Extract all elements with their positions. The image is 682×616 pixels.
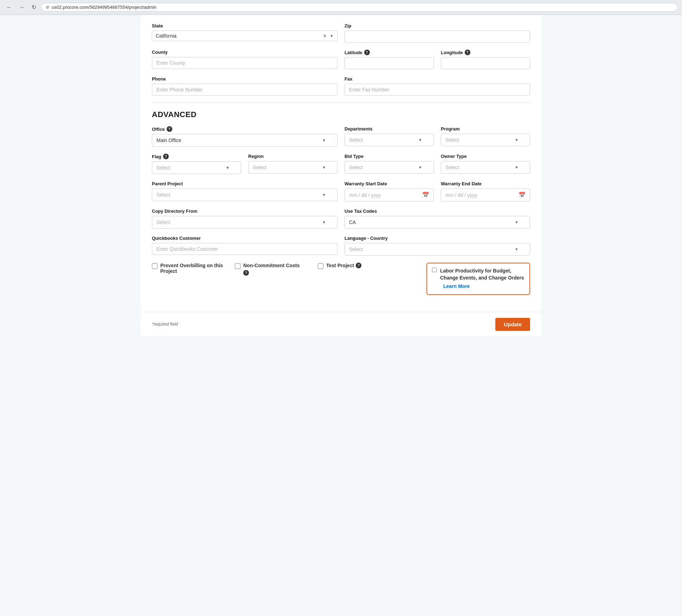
forward-button[interactable]: → bbox=[17, 4, 27, 11]
parent-project-select[interactable]: Select ▼ bbox=[152, 188, 337, 201]
quickbooks-label: Quickbooks Customer bbox=[152, 236, 337, 241]
non-commitment-label: Non-Commitment Costs ? bbox=[243, 263, 307, 276]
owner-type-select[interactable]: Select ▼ bbox=[441, 161, 530, 174]
longitude-help-icon[interactable]: ? bbox=[465, 50, 470, 55]
program-select-wrapper: Select ▼ bbox=[441, 134, 530, 146]
test-project-checkbox[interactable] bbox=[318, 263, 323, 269]
reload-button[interactable]: ↻ bbox=[30, 3, 38, 11]
office-value: Main Office bbox=[156, 137, 181, 143]
owner-type-select-wrapper: Select ▼ bbox=[441, 161, 530, 174]
learn-more-link[interactable]: Learn More bbox=[443, 283, 470, 290]
fax-group: Fax bbox=[345, 76, 530, 96]
use-tax-codes-group: Use Tax Codes CA ▼ bbox=[345, 208, 530, 229]
latitude-help-icon[interactable]: ? bbox=[364, 50, 370, 55]
zip-input[interactable]: 19703 bbox=[345, 31, 530, 43]
phone-fax-row: Phone Fax bbox=[152, 76, 530, 96]
office-help-icon[interactable]: ? bbox=[167, 126, 172, 132]
owner-type-label: Owner Type bbox=[441, 154, 530, 159]
latitude-group: Latitude ? 36.778261 bbox=[345, 50, 434, 69]
longitude-group: Longitude ? -119.4179324 bbox=[441, 50, 530, 69]
parent-project-placeholder: Select bbox=[156, 192, 170, 198]
use-tax-codes-label: Use Tax Codes bbox=[345, 208, 530, 214]
section-divider bbox=[152, 103, 530, 103]
advanced-section-title: ADVANCED bbox=[152, 110, 530, 119]
state-label: State bbox=[152, 23, 337, 28]
region-placeholder: Select bbox=[253, 165, 266, 170]
warranty-start-label: Warranty Start Date bbox=[345, 181, 434, 186]
test-project-label: Test Project ? bbox=[326, 263, 361, 268]
quickbooks-input[interactable] bbox=[152, 243, 337, 255]
phone-input[interactable] bbox=[152, 84, 337, 96]
departments-select-wrapper: Select ▼ bbox=[345, 134, 434, 146]
state-select[interactable]: California ✕ ▼ bbox=[152, 31, 337, 41]
flag-arrow-icon: ▼ bbox=[226, 166, 230, 170]
fax-input[interactable] bbox=[345, 84, 530, 96]
labor-productivity-highlight-box: Labor Productivity for Budget, Change Ev… bbox=[426, 263, 530, 295]
quickbooks-group: Quickbooks Customer bbox=[152, 236, 337, 256]
warranty-end-calendar-icon: 📅 bbox=[519, 192, 526, 198]
warranty-end-placeholder: mm / dd / yyyy bbox=[445, 192, 477, 198]
copy-directory-placeholder: Select bbox=[156, 219, 170, 225]
prevent-overbilling-checkbox[interactable] bbox=[152, 263, 157, 269]
region-label: Region bbox=[248, 154, 337, 159]
state-arrow-icon: ▼ bbox=[330, 34, 334, 38]
county-input[interactable] bbox=[152, 57, 337, 69]
warranty-end-group: Warranty End Date mm / dd / yyyy 📅 bbox=[441, 181, 530, 201]
office-select[interactable]: Main Office ▼ bbox=[152, 134, 337, 147]
office-dept-program-row: Office ? Main Office ▼ Departments Selec… bbox=[152, 126, 530, 147]
flag-group: Flag ? Select ▼ bbox=[152, 154, 241, 174]
departments-select[interactable]: Select ▼ bbox=[345, 134, 434, 146]
language-select[interactable]: Select ▼ bbox=[345, 243, 530, 256]
labor-productivity-checkbox[interactable] bbox=[432, 268, 437, 272]
copy-directory-select-wrapper: Select ▼ bbox=[152, 216, 337, 229]
latitude-input[interactable]: 36.778261 bbox=[345, 57, 434, 69]
flag-help-icon[interactable]: ? bbox=[163, 154, 169, 159]
non-commitment-help-icon[interactable]: ? bbox=[243, 270, 249, 276]
flag-select[interactable]: Select ▼ bbox=[152, 161, 241, 174]
office-group: Office ? Main Office ▼ bbox=[152, 126, 337, 147]
phone-label: Phone bbox=[152, 76, 337, 82]
non-commitment-checkbox[interactable] bbox=[235, 263, 240, 269]
fax-label: Fax bbox=[345, 76, 530, 82]
warranty-end-input[interactable]: mm / dd / yyyy 📅 bbox=[441, 188, 530, 201]
site-icon: ☢ bbox=[46, 5, 50, 10]
required-note: *required field bbox=[152, 322, 178, 327]
zip-label: Zip bbox=[345, 23, 530, 28]
page-content: State California ✕ ▼ Zip 19703 County La… bbox=[141, 15, 541, 312]
departments-group: Departments Select ▼ bbox=[345, 126, 434, 147]
warranty-end-label: Warranty End Date bbox=[441, 181, 530, 186]
url-text: us02.procore.com/562949954667554/project… bbox=[52, 5, 156, 10]
program-group: Program Select ▼ bbox=[441, 126, 530, 147]
back-button[interactable]: ← bbox=[4, 4, 14, 11]
departments-label: Departments bbox=[345, 126, 434, 131]
language-arrow-icon: ▼ bbox=[515, 247, 519, 251]
test-project-checkbox-item: Test Project ? bbox=[318, 263, 361, 269]
state-clear-button[interactable]: ✕ bbox=[323, 33, 327, 39]
region-select[interactable]: Select ▼ bbox=[248, 161, 337, 174]
copy-directory-select[interactable]: Select ▼ bbox=[152, 216, 337, 229]
warranty-start-input[interactable]: mm / dd / yyyy 📅 bbox=[345, 188, 434, 201]
checkbox-row: Prevent Overbilling on this Project Non-… bbox=[152, 263, 530, 295]
region-arrow-icon: ▼ bbox=[322, 165, 326, 169]
test-project-help-icon[interactable]: ? bbox=[356, 263, 361, 268]
update-button[interactable]: Update bbox=[495, 318, 530, 331]
program-placeholder: Select bbox=[445, 137, 459, 143]
warranty-start-group: Warranty Start Date mm / dd / yyyy 📅 bbox=[345, 181, 434, 201]
program-select[interactable]: Select ▼ bbox=[441, 134, 530, 146]
copy-directory-group: Copy Directory From Select ▼ bbox=[152, 208, 337, 229]
use-tax-codes-value: CA bbox=[349, 219, 356, 225]
address-bar[interactable]: ☢ us02.procore.com/562949954667554/proje… bbox=[41, 3, 678, 12]
bid-type-group: Bid Type Select ▼ bbox=[345, 154, 434, 174]
language-group: Language - Country Select ▼ bbox=[345, 236, 530, 256]
owner-type-group: Owner Type Select ▼ bbox=[441, 154, 530, 174]
parent-project-select-wrapper: Select ▼ bbox=[152, 188, 337, 201]
non-commitment-checkbox-item: Non-Commitment Costs ? bbox=[235, 263, 307, 276]
state-group: State California ✕ ▼ bbox=[152, 23, 337, 43]
owner-type-arrow-icon: ▼ bbox=[515, 165, 519, 169]
prevent-overbilling-checkbox-item: Prevent Overbilling on this Project bbox=[152, 263, 224, 274]
bid-type-select[interactable]: Select ▼ bbox=[345, 161, 434, 174]
use-tax-codes-select[interactable]: CA ▼ bbox=[345, 216, 530, 229]
longitude-input[interactable]: -119.4179324 bbox=[441, 57, 530, 69]
quickbooks-language-row: Quickbooks Customer Language - Country S… bbox=[152, 236, 530, 256]
use-tax-codes-arrow-icon: ▼ bbox=[515, 220, 519, 224]
